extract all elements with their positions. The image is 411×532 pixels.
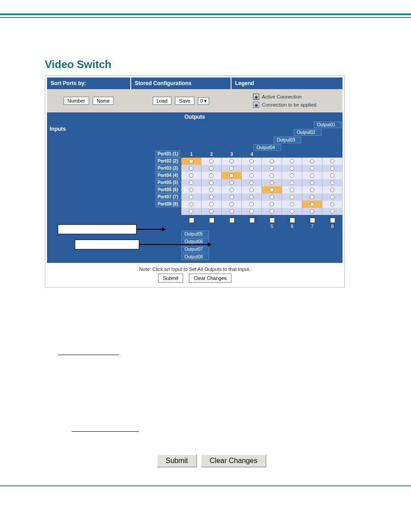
grid-cell[interactable] (201, 172, 222, 179)
radio-icon (249, 202, 254, 206)
grid-cell[interactable] (262, 208, 282, 215)
check-column (181, 218, 201, 229)
load-button[interactable]: Load (153, 97, 171, 105)
grid-cell[interactable] (201, 179, 222, 186)
grid-cell[interactable] (302, 179, 322, 186)
grid-cell[interactable] (242, 208, 262, 215)
grid-cell[interactable] (262, 201, 282, 208)
checkbox[interactable] (270, 218, 275, 223)
radio-icon (249, 159, 254, 163)
grid-cell[interactable] (201, 186, 222, 193)
grid-cell[interactable] (262, 158, 282, 165)
grid-cell[interactable] (242, 186, 262, 193)
config-select[interactable]: 0 ▾ (198, 97, 209, 105)
legend-applied-icon: ◉ (253, 102, 259, 108)
grid-cell[interactable] (262, 193, 282, 201)
radio-icon (270, 195, 274, 199)
big-clear-button[interactable]: Clear Changes (201, 454, 266, 468)
grid-cell[interactable] (242, 165, 262, 172)
grid-cell[interactable] (181, 186, 201, 193)
grid-cell[interactable] (302, 193, 322, 201)
name-button[interactable]: Name (93, 97, 114, 105)
top-divider (0, 13, 411, 18)
grid-cell[interactable] (181, 172, 201, 179)
column-number-bottom: 7 (302, 224, 322, 229)
big-submit-button[interactable]: Submit (157, 454, 197, 468)
submit-button[interactable]: Submit (158, 274, 183, 283)
radio-icon (330, 209, 334, 214)
port-label[interactable]: Port07 (7) (155, 193, 180, 200)
grid-cell[interactable] (262, 186, 282, 193)
port-label[interactable]: Port06 (6) (155, 186, 180, 193)
clear-button[interactable]: Clear Changes (189, 274, 231, 283)
grid-cell[interactable] (201, 158, 222, 165)
grid-cell[interactable] (302, 158, 322, 165)
grid-cell[interactable] (181, 208, 201, 215)
grid-cell[interactable] (322, 165, 342, 172)
grid-cell[interactable] (282, 179, 302, 186)
grid-cell[interactable] (322, 179, 342, 186)
checkbox[interactable] (229, 218, 235, 223)
grid-cell[interactable] (262, 165, 282, 172)
grid-cell[interactable] (282, 208, 302, 215)
grid-cell[interactable] (322, 201, 342, 208)
grid-cell[interactable] (181, 193, 201, 201)
grid-cell[interactable] (322, 186, 342, 193)
grid-cell[interactable] (181, 158, 201, 165)
grid-cell[interactable] (322, 208, 342, 215)
save-button[interactable]: Save (175, 97, 194, 105)
port-label[interactable]: Port02 (2) (155, 158, 180, 164)
grid-cell[interactable] (222, 172, 242, 179)
grid-row (181, 193, 342, 201)
grid-cell[interactable] (262, 179, 282, 186)
grid-cell[interactable] (222, 179, 242, 186)
grid-cell[interactable] (201, 165, 222, 172)
grid-cell[interactable] (282, 201, 302, 208)
grid-cell[interactable] (302, 186, 322, 193)
checkbox[interactable] (330, 218, 335, 223)
checkbox[interactable] (290, 218, 295, 223)
grid-cell[interactable] (201, 208, 222, 215)
grid-cell[interactable] (222, 165, 242, 172)
grid-cell[interactable] (242, 201, 262, 208)
grid-cell[interactable] (222, 201, 242, 208)
checkbox[interactable] (189, 218, 194, 223)
grid-cell[interactable] (201, 201, 222, 208)
grid-cell[interactable] (302, 201, 322, 208)
grid-cell[interactable] (242, 193, 262, 201)
port-label[interactable]: Port04 (4) (155, 172, 180, 179)
grid-cell[interactable] (282, 158, 302, 165)
grid-cell[interactable] (282, 172, 302, 179)
grid-cell[interactable] (242, 179, 262, 186)
checkbox[interactable] (209, 218, 214, 223)
grid-cell[interactable] (302, 165, 322, 172)
port-label[interactable]: Port03 (3) (155, 165, 180, 172)
grid-cell[interactable] (322, 172, 342, 179)
grid-cell[interactable] (322, 158, 342, 165)
grid-cell[interactable] (282, 186, 302, 193)
grid-cell[interactable] (201, 193, 222, 201)
grid-cell[interactable] (322, 193, 342, 201)
grid-cell[interactable] (242, 172, 262, 179)
matrix-body: Inputs Port01 (1)Port02 (2)Port03 (3)Por… (47, 151, 342, 230)
grid-cell[interactable] (222, 186, 242, 193)
port-label[interactable]: Port08 (8) (155, 201, 180, 207)
port-label[interactable]: Port01 (1) (155, 150, 180, 157)
grid-cell[interactable] (181, 179, 201, 186)
checkbox[interactable] (249, 218, 255, 223)
radio-icon (330, 202, 334, 206)
grid-cell[interactable] (282, 193, 302, 201)
grid-cell[interactable] (181, 165, 201, 172)
checkbox[interactable] (310, 218, 315, 223)
grid-cell[interactable] (222, 208, 242, 215)
grid-cell[interactable] (181, 201, 201, 208)
number-button[interactable]: Number (64, 97, 89, 105)
grid-cell[interactable] (302, 208, 322, 215)
grid-cell[interactable] (302, 172, 322, 179)
port-label[interactable]: Port05 (5) (155, 179, 180, 186)
grid-cell[interactable] (262, 172, 282, 179)
grid-cell[interactable] (222, 193, 242, 201)
grid-cell[interactable] (282, 165, 302, 172)
grid-cell[interactable] (242, 158, 262, 165)
grid-cell[interactable] (222, 158, 242, 165)
